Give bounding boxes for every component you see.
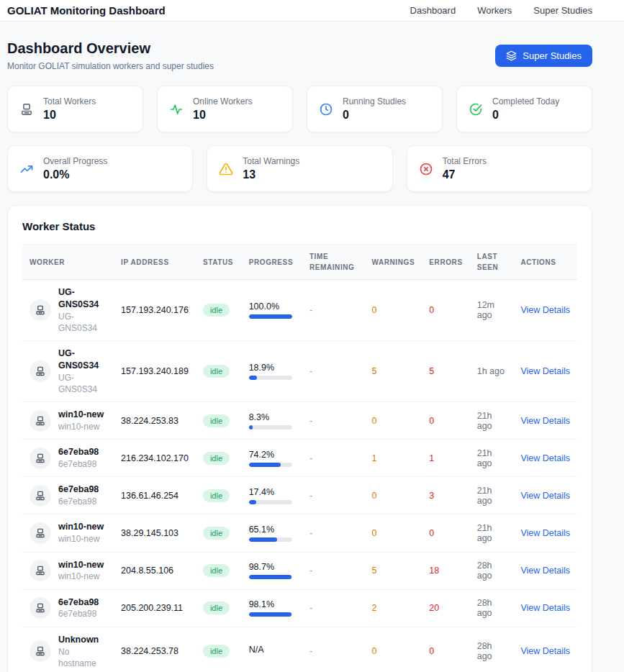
worker-name: UG-GNS0S34 — [58, 286, 107, 311]
progress-value: 74.2% — [249, 450, 295, 460]
warnings-count: 2 — [364, 589, 422, 627]
column-header-time-remaining: Time Remaining — [302, 245, 365, 280]
column-header-status: Status — [196, 245, 242, 280]
view-details-link[interactable]: View Details — [520, 366, 570, 376]
check-circle-icon — [469, 102, 483, 117]
time-remaining: - — [302, 280, 365, 341]
nav-link-workers[interactable]: Workers — [477, 5, 512, 16]
worker-hostname: win10-new — [58, 421, 104, 432]
view-details-link[interactable]: View Details — [520, 305, 570, 315]
computer-icon — [35, 527, 46, 539]
computer-icon — [35, 415, 46, 427]
worker-avatar — [30, 410, 51, 432]
worker-avatar — [30, 448, 51, 469]
warnings-count: 0 — [364, 627, 422, 672]
table-row: 6e7eba98 6e7eba98 205.200.239.11 idle 98… — [22, 589, 577, 627]
worker-name: win10-new — [58, 559, 104, 571]
super-studies-button-label: Super Studies — [523, 50, 582, 61]
worker-hostname: win10-new — [58, 533, 104, 545]
worker-ip: 38.29.145.103 — [114, 514, 196, 552]
worker-ip: 136.61.46.254 — [114, 477, 196, 514]
nav-link-super-studies[interactable]: Super Studies — [533, 5, 592, 16]
page-subtitle: Monitor GOLIAT simulation workers and su… — [7, 61, 214, 71]
warnings-count: 0 — [364, 402, 422, 440]
time-remaining: - — [302, 440, 365, 477]
progress-bar — [249, 575, 292, 579]
progress-value: N/A — [249, 645, 295, 655]
view-details-link[interactable]: View Details — [520, 416, 570, 426]
status-badge: idle — [203, 489, 230, 502]
status-badge: idle — [203, 527, 230, 540]
last-seen: 28h ago — [470, 552, 514, 589]
view-details-link[interactable]: View Details — [520, 453, 570, 463]
progress-value: 98.1% — [249, 599, 295, 609]
stat-value: 0 — [343, 109, 406, 122]
table-row: 6e7eba98 6e7eba98 136.61.46.254 idle 17.… — [22, 477, 577, 514]
overview-header: Dashboard Overview Monitor GOLIAT simula… — [7, 40, 592, 71]
worker-avatar — [30, 640, 51, 662]
progress-bar — [249, 612, 292, 617]
worker-hostname: UG-GNS0S34 — [58, 311, 107, 334]
super-studies-button[interactable]: Super Studies — [495, 45, 592, 67]
errors-count: 3 — [422, 477, 469, 514]
time-remaining: - — [302, 589, 365, 627]
status-badge: idle — [203, 645, 230, 658]
computer-icon — [35, 365, 46, 377]
warnings-count: 5 — [364, 341, 422, 402]
computer-icon — [19, 102, 34, 117]
stat-label: Running Studies — [343, 96, 406, 106]
computer-icon — [35, 304, 46, 316]
nav-link-dashboard[interactable]: Dashboard — [410, 5, 456, 16]
computer-icon — [35, 645, 46, 657]
progress-bar — [249, 500, 292, 504]
worker-name: 6e7eba98 — [58, 483, 99, 496]
view-details-link[interactable]: View Details — [520, 528, 570, 538]
worker-avatar — [30, 299, 51, 321]
worker-ip: 38.224.253.78 — [114, 627, 196, 672]
worker-name: win10-new — [58, 521, 104, 533]
errors-count: 1 — [422, 440, 469, 477]
progress-value: 17.4% — [249, 487, 295, 497]
computer-icon — [35, 490, 46, 501]
computer-icon — [35, 453, 46, 464]
worker-hostname: 6e7eba98 — [58, 608, 99, 619]
progress-bar — [249, 425, 292, 430]
worker-ip: 204.8.55.106 — [114, 552, 196, 589]
worker-ip: 157.193.240.189 — [114, 341, 196, 402]
view-details-link[interactable]: View Details — [520, 646, 570, 656]
stat-card: Total Workers 10 — [7, 86, 143, 132]
column-header-ip-address: IP Address — [114, 245, 196, 280]
last-seen: 21h ago — [470, 514, 514, 552]
stat-value: 0.0% — [43, 168, 107, 181]
time-remaining: - — [302, 477, 365, 514]
worker-status-title: Worker Status — [22, 220, 577, 232]
alert-triangle-icon — [219, 162, 233, 176]
table-row: UG-GNS0S34 UG-GNS0S34 157.193.240.176 id… — [22, 280, 577, 341]
last-seen: 21h ago — [470, 477, 514, 514]
worker-name: win10-new — [58, 409, 104, 421]
view-details-link[interactable]: View Details — [520, 603, 570, 613]
view-details-link[interactable]: View Details — [520, 566, 570, 576]
view-details-link[interactable]: View Details — [520, 491, 570, 501]
last-seen: 21h ago — [470, 402, 514, 440]
computer-icon — [35, 565, 46, 576]
worker-ip: 205.200.239.11 — [114, 589, 196, 627]
page-title: Dashboard Overview — [7, 40, 214, 57]
time-remaining: - — [302, 402, 365, 440]
errors-count: 0 — [422, 402, 469, 440]
stat-value: 47 — [443, 168, 487, 181]
top-nav: DashboardWorkersSuper Studies — [410, 5, 592, 16]
status-badge: idle — [203, 452, 230, 465]
stat-card: Running Studies 0 — [307, 86, 443, 132]
x-circle-icon — [419, 162, 433, 176]
worker-avatar — [30, 597, 51, 619]
stat-label: Total Warnings — [243, 156, 299, 166]
worker-hostname: No hostname — [58, 646, 107, 669]
last-seen: 1h ago — [470, 341, 514, 402]
errors-count: 0 — [422, 514, 469, 552]
time-remaining: - — [302, 627, 365, 672]
table-row: win10-new win10-new 38.224.253.83 idle 8… — [22, 402, 577, 440]
worker-name: UG-GNS0S34 — [58, 348, 107, 372]
worker-avatar — [30, 360, 51, 382]
warnings-count: 0 — [364, 280, 422, 341]
